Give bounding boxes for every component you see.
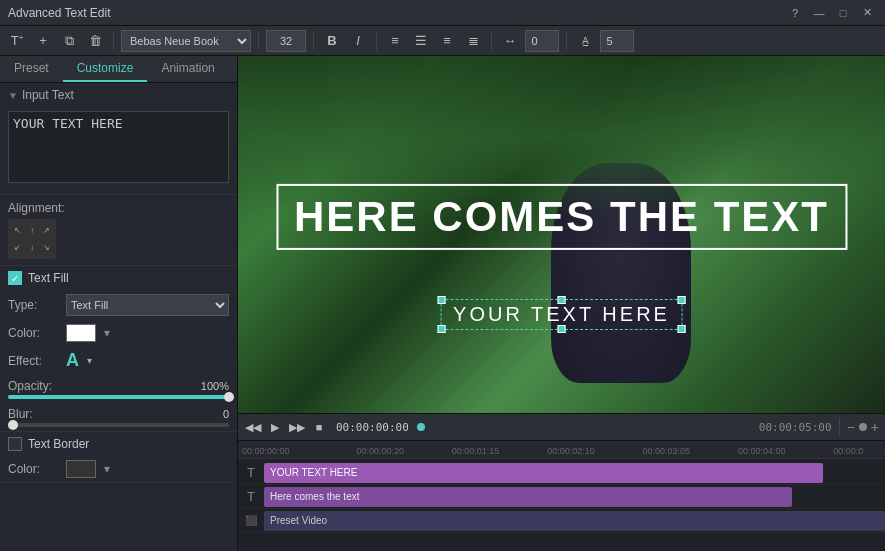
help-button[interactable]: ?	[785, 5, 805, 21]
sep6	[566, 32, 567, 50]
sub-text-overlay[interactable]: YOUR TEXT HERE	[440, 299, 683, 330]
play-icon: ▶	[271, 421, 279, 434]
opacity-thumb[interactable]	[224, 392, 234, 402]
handle-bl[interactable]	[437, 325, 445, 333]
alignment-label: Alignment:	[8, 201, 229, 215]
type-row: Type: Text Fill	[0, 290, 237, 320]
align-justify-button[interactable]: ≣	[462, 30, 484, 52]
tab-customize[interactable]: Customize	[63, 56, 148, 82]
tab-animation[interactable]: Animation	[147, 56, 228, 82]
opacity-label: Opacity:	[8, 379, 52, 393]
text-style-button[interactable]: A̲	[574, 30, 596, 52]
handle-br[interactable]	[678, 325, 686, 333]
text-border-toggle[interactable]: Text Border	[0, 432, 237, 456]
align-right-icon: ≡	[443, 33, 451, 48]
maximize-button[interactable]: □	[833, 5, 853, 21]
blur-slider[interactable]	[8, 423, 229, 427]
effect-dropdown[interactable]: ▾	[87, 355, 92, 366]
handle-tr[interactable]	[678, 296, 686, 304]
track-3-icon: ⬛	[238, 515, 264, 526]
spacing-button[interactable]: ↔	[499, 30, 521, 52]
handle-tm[interactable]	[557, 296, 565, 304]
text-style-icon: A̲	[582, 35, 589, 46]
clip-subtitle-label: Here comes the text	[270, 491, 359, 502]
play-button[interactable]: ▶	[266, 418, 284, 436]
font-select[interactable]: Bebas Neue Book	[121, 30, 251, 52]
align-right-button[interactable]: ≡	[436, 30, 458, 52]
text-fill-toggle[interactable]: Text Fill	[0, 266, 237, 290]
clip-text-1[interactable]: YOUR TEXT HERE	[264, 463, 823, 483]
color-dropdown-icon[interactable]: ▾	[104, 326, 110, 340]
handle-bm[interactable]	[557, 325, 565, 333]
blur-thumb[interactable]	[8, 420, 18, 430]
align-center-button[interactable]: ☰	[410, 30, 432, 52]
close-button[interactable]: ✕	[857, 5, 877, 21]
type-select[interactable]: Text Fill	[66, 294, 229, 316]
main-layout: Preset Customize Animation ▼ Input Text …	[0, 56, 885, 551]
stop-button[interactable]: ■	[310, 418, 328, 436]
progress-indicator	[417, 423, 425, 431]
sep1	[113, 32, 114, 50]
chevron-icon: ▼	[8, 90, 18, 101]
track-3-content[interactable]: Preset Video	[264, 511, 885, 531]
align-top-left[interactable]: ↖	[11, 222, 24, 239]
sub-text-value: YOUR TEXT HERE	[453, 303, 670, 325]
clip-video-1[interactable]: Preset Video	[264, 511, 885, 531]
sep-zoom	[839, 418, 840, 436]
input-text-section: ▼ Input Text YOUR TEXT HERE	[0, 83, 237, 195]
video-background: HERE COMES THE TEXT YOUR TEXT HERE	[238, 56, 885, 413]
border-color-dropdown[interactable]: ▾	[104, 462, 110, 476]
video-preview: HERE COMES THE TEXT YOUR TEXT HERE	[238, 56, 885, 413]
add-text-button[interactable]: T+	[6, 30, 28, 52]
add-element-button[interactable]: +	[32, 30, 54, 52]
align-top-center[interactable]: ↑	[25, 222, 38, 239]
align-top-right[interactable]: ↗	[40, 222, 53, 239]
align-bottom-left[interactable]: ↙	[11, 240, 24, 257]
italic-button[interactable]: I	[347, 30, 369, 52]
align-left-button[interactable]: ≡	[384, 30, 406, 52]
rewind-button[interactable]: ◀◀	[244, 418, 262, 436]
spacing-input[interactable]	[525, 30, 559, 52]
clip-text-1-label: YOUR TEXT HERE	[270, 467, 357, 478]
delete-button[interactable]: 🗑	[84, 30, 106, 52]
border-color-label: Color:	[8, 462, 58, 476]
alignment-section: Alignment: ↖ ↑ ↗ ↙ ↓ ↘	[0, 195, 237, 266]
text-fill-label: Text Fill	[28, 271, 69, 285]
sep5	[491, 32, 492, 50]
align-justify-icon: ≣	[468, 33, 479, 48]
align-bottom-center[interactable]: ↓	[25, 240, 38, 257]
timeline: 00:00:00:00 00:00:00:20 00:00:01:15 00:0…	[238, 441, 885, 551]
effect-row: Effect: A ▾	[0, 346, 237, 375]
italic-icon: I	[356, 33, 360, 48]
text-border-section: Text Border Color: ▾	[0, 432, 237, 483]
title-bar: Advanced Text Edit ? — □ ✕	[0, 0, 885, 26]
track-1-content[interactable]: YOUR TEXT HERE	[264, 463, 885, 483]
copy-icon: ⧉	[65, 33, 74, 49]
color-swatch[interactable]	[66, 324, 96, 342]
forward-button[interactable]: ▶▶	[288, 418, 306, 436]
copy-button[interactable]: ⧉	[58, 30, 80, 52]
bold-button[interactable]: B	[321, 30, 343, 52]
text-size-input[interactable]	[600, 30, 634, 52]
main-text-overlay: HERE COMES THE TEXT	[294, 194, 829, 240]
tabs: Preset Customize Animation	[0, 56, 237, 83]
rewind-icon: ◀◀	[245, 421, 261, 434]
input-text-field[interactable]: YOUR TEXT HERE	[8, 111, 229, 183]
font-size-display: 32	[266, 30, 306, 52]
clip-subtitle-1[interactable]: Here comes the text	[264, 487, 792, 507]
zoom-in-button[interactable]: +	[871, 420, 879, 434]
minimize-button[interactable]: —	[809, 5, 829, 21]
bold-icon: B	[327, 33, 336, 48]
handle-tl[interactable]	[437, 296, 445, 304]
border-color-row: Color: ▾	[0, 456, 237, 482]
text-fill-checkbox[interactable]	[8, 271, 22, 285]
align-bottom-right[interactable]: ↘	[40, 240, 53, 257]
zoom-out-button[interactable]: −	[847, 420, 855, 434]
track-2-content[interactable]: Here comes the text	[264, 487, 885, 507]
text-border-checkbox[interactable]	[8, 437, 22, 451]
input-text-header[interactable]: ▼ Input Text	[0, 83, 237, 107]
opacity-slider[interactable]	[8, 395, 229, 399]
border-color-swatch[interactable]	[66, 460, 96, 478]
tab-preset[interactable]: Preset	[0, 56, 63, 82]
color-label: Color:	[8, 326, 58, 340]
